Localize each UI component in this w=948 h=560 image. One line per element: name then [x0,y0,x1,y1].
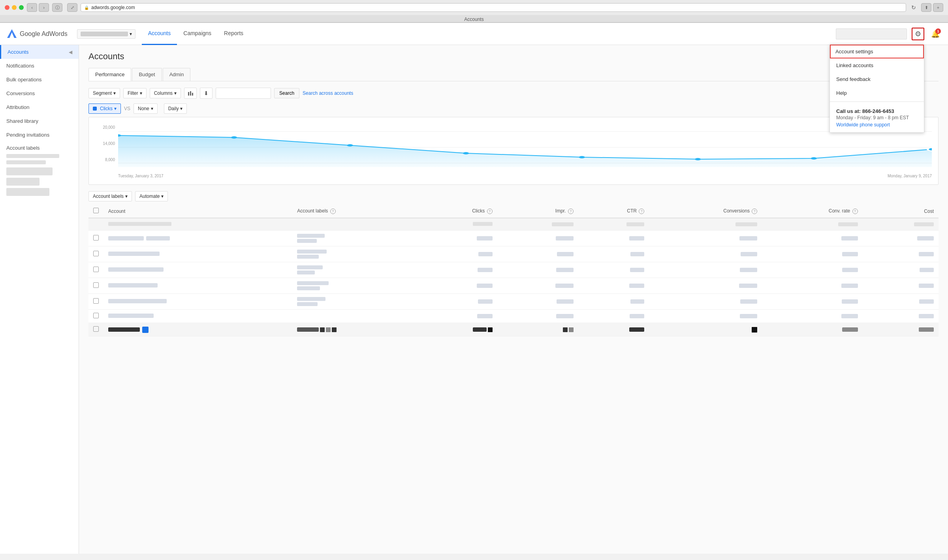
notifications-button[interactable]: 🔔 1 [929,28,942,40]
metric2-chevron: ▾ [151,106,153,111]
th-impr-help[interactable]: ? [568,209,574,214]
impr-f [563,327,568,332]
download-button[interactable]: ⬇ [200,88,213,99]
minimize-button[interactable] [12,5,17,10]
th-cost-label: Cost [924,209,934,214]
chart-view-button[interactable] [184,88,197,99]
th-clicks-help[interactable]: ? [487,209,493,214]
th-conv-rate-help[interactable]: ? [852,209,858,214]
chart-icon [188,90,193,96]
th-account-labels-help[interactable]: ? [330,209,336,214]
sidebar-item-conversions[interactable]: Conversions [0,86,79,100]
th-ctr-help[interactable]: ? [639,209,644,214]
dropdown-item-send-feedback[interactable]: Send feedback [830,72,924,86]
reader-button[interactable]: ⓘ [52,3,62,12]
clicks-4 [477,284,493,288]
conv-rate-placeholder-totals [838,222,858,226]
share-button[interactable]: ⬆ [921,3,931,12]
sidebar-item-accounts[interactable]: Accounts ◀ [0,45,79,59]
impr-3 [556,268,574,272]
ctr-4 [629,284,644,288]
google-adwords-logo: Google AdWords [6,28,68,39]
td-checkbox-5 [88,294,103,310]
chart-date-labels: Tuesday, January 3, 2017 Monday, January… [118,174,932,178]
td-ctr-1 [578,231,649,246]
sidebar-item-bulk-operations[interactable]: Bulk operations [0,73,79,86]
account-labels-button[interactable]: Account labels ▾ [88,191,132,201]
new-tab-button[interactable]: + [933,3,943,12]
search-across-link[interactable]: Search across accounts [303,90,353,96]
row-checkbox-5[interactable] [93,298,99,304]
label-placeholder-2 [6,160,46,164]
dropdown-item-account-settings[interactable]: Account settings [830,45,924,58]
dropdown-item-help[interactable]: Help [830,86,924,100]
nav-tab-campaigns[interactable]: Campaigns [177,23,218,45]
tab-budget[interactable]: Budget [132,68,162,81]
row-checkbox-1[interactable] [93,235,99,241]
row-checkbox-6[interactable] [93,313,99,318]
label-1b [297,239,317,243]
account-name-1b [146,236,170,241]
filter-button[interactable]: Filter ▾ [123,88,147,98]
conv-5 [740,299,757,304]
th-ctr-label: CTR [627,208,637,214]
ctr-1 [629,236,644,241]
worldwide-support-link[interactable]: Worldwide phone support [836,122,918,128]
tab-admin[interactable]: Admin [163,68,191,81]
expand-button[interactable]: ⤢ [67,3,77,12]
automate-button[interactable]: Automate ▾ [135,191,168,201]
cost-1 [917,236,934,241]
forward-button[interactable]: › [39,3,49,12]
nav-tab-accounts[interactable]: Accounts [142,23,177,45]
y-label-14k: 14,000 [95,141,115,146]
dropdown-item-linked-accounts[interactable]: Linked accounts [830,58,924,72]
search-input[interactable] [216,88,271,99]
maximize-button[interactable] [19,5,24,10]
th-conversions-label: Conversions [723,208,750,214]
y-label-8k: 8,000 [95,158,115,162]
metric1-button[interactable]: Clicks ▾ [88,103,121,114]
metric2-button[interactable]: None ▾ [134,103,158,114]
sidebar-item-notifications[interactable]: Notifications [0,59,79,73]
address-bar[interactable]: 🔒 adwords.google.com [81,3,906,12]
select-all-checkbox[interactable] [93,208,99,213]
segment-button[interactable]: Segment ▾ [88,88,120,98]
td-cost-1 [863,231,939,246]
sidebar-item-pending-invitations[interactable]: Pending invitations [0,128,79,142]
td-checkbox-1 [88,231,103,246]
td-account-1 [103,231,292,246]
refresh-button[interactable]: ↻ [909,3,918,12]
conv-6 [740,314,757,318]
account-selector[interactable]: ▾ [77,29,135,39]
th-conversions-help[interactable]: ? [752,209,757,214]
sidebar-item-shared-library[interactable]: Shared library [0,114,79,128]
search-button[interactable]: Search [274,88,299,98]
nav-search[interactable] [836,28,907,39]
sidebar-item-attribution[interactable]: Attribution [0,100,79,114]
columns-button[interactable]: Columns ▾ [150,88,181,98]
tab-performance[interactable]: Performance [88,68,131,81]
row-checkbox-2[interactable] [93,251,99,256]
nav-tab-reports[interactable]: Reports [218,23,250,45]
row-checkbox-4[interactable] [93,282,99,288]
clicks-f-b [488,327,493,332]
th-conv-rate-label: Conv. rate [829,208,850,214]
conv-2 [741,252,757,256]
settings-button[interactable]: ⚙ [912,28,924,40]
td-ctr-4 [578,278,649,294]
close-button[interactable] [5,5,9,10]
conv-f [752,327,757,333]
label-placeholder-3 [6,167,53,175]
interval-button[interactable]: Daily ▾ [164,103,187,114]
chart-point-2 [231,136,237,139]
td-conv-rate-f [762,323,862,336]
row-checkbox-f[interactable] [93,326,99,332]
back-button[interactable]: ‹ [27,3,37,12]
metric1-label: Clicks [100,106,113,111]
svg-rect-2 [188,92,189,96]
td-conversions-f [649,323,762,336]
account-labels-title[interactable]: Account labels [6,145,72,151]
td-account-6 [103,310,292,323]
impr-5 [557,299,574,304]
row-checkbox-3[interactable] [93,267,99,272]
